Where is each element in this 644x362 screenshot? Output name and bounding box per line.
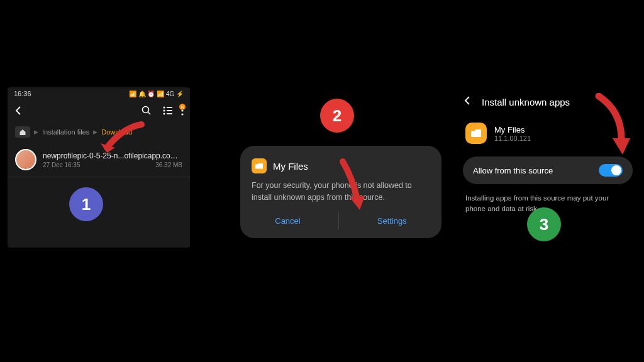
step-badge-1: 1 [69,187,103,221]
clock-time: 16:36 [14,90,31,97]
file-avatar-icon [15,149,36,170]
chevron-right-icon: ▶ [34,129,38,135]
list-view-icon[interactable] [162,105,174,119]
home-icon[interactable] [15,126,30,138]
app-row: My Files 11.1.00.121 [463,119,633,148]
top-bar: N [8,100,190,124]
file-name: newprofilepic-0-5-25-n...ofilepicapp.com… [43,151,182,160]
file-meta: 27 Dec 16:35 36.32 MB [43,162,182,168]
svg-point-6 [164,113,165,115]
breadcrumb: ▶ Installation files ▶ Download [8,124,190,140]
security-dialog: My Files For your security, your phone i… [240,146,441,238]
page-header: Install unknown apps [463,96,633,109]
breadcrumb-current[interactable]: Download [101,128,132,136]
status-icons: 📶 🔔 ⏰ 📶 4G ⚡ [129,90,184,97]
settings-button[interactable]: Settings [369,212,416,229]
file-info: newprofilepic-0-5-25-n...ofilepicapp.com… [43,151,182,168]
back-icon[interactable] [14,106,24,119]
install-unknown-panel: Install unknown apps My Files 11.1.00.12… [463,96,633,215]
dialog-header: My Files [252,158,430,173]
toggle-label: Allow from this source [473,166,553,175]
folder-icon [465,123,487,144]
more-icon[interactable]: N [181,106,184,118]
status-bar: 16:36 📶 🔔 ⏰ 📶 4G ⚡ [8,87,190,100]
step-badge-3: 3 [527,207,561,241]
dialog-actions: Cancel Settings [252,212,430,229]
divider [338,212,339,229]
file-date: 27 Dec 16:35 [43,162,80,168]
dialog-body: For your security, your phone is not all… [252,180,430,204]
step-badge-2: 2 [320,99,354,133]
app-name: My Files [494,125,531,134]
folder-icon [252,158,267,173]
toggle-switch[interactable] [599,164,623,177]
allow-toggle-row[interactable]: Allow from this source [463,156,633,184]
back-icon[interactable] [463,96,473,109]
file-manager-panel: 16:36 📶 🔔 ⏰ 📶 4G ⚡ N ▶ Installation file… [8,87,190,248]
notification-badge-icon: N [179,104,186,110]
svg-point-10 [181,113,183,115]
svg-point-4 [164,110,165,112]
file-size: 36.32 MB [155,162,182,168]
search-icon[interactable] [141,105,152,119]
dialog-title: My Files [273,161,308,172]
app-info: My Files 11.1.00.121 [494,125,531,142]
chevron-right-icon: ▶ [93,129,97,135]
breadcrumb-part[interactable]: Installation files [42,128,89,136]
page-title: Install unknown apps [482,97,570,107]
svg-point-0 [143,107,149,113]
cancel-button[interactable]: Cancel [266,212,309,229]
app-version: 11.1.00.121 [494,134,531,142]
svg-line-1 [148,112,151,115]
file-list-item[interactable]: newprofilepic-0-5-25-n...ofilepicapp.com… [8,143,190,177]
svg-point-2 [164,107,165,109]
